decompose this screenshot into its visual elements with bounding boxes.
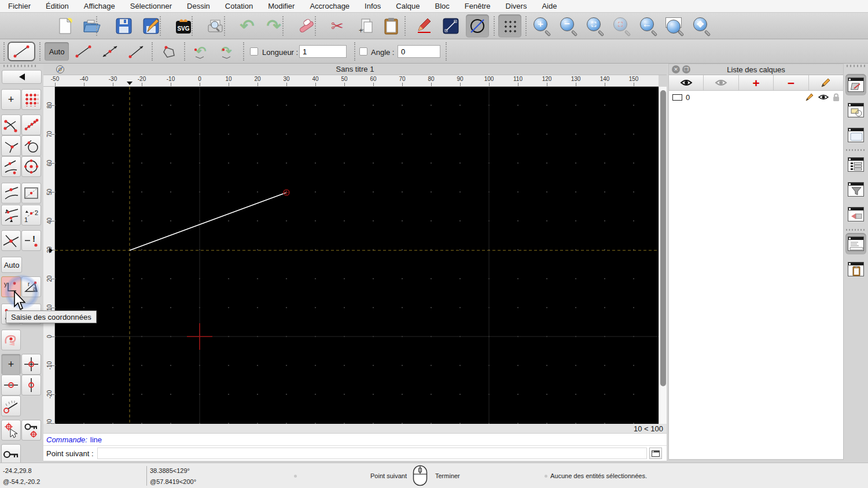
print-preview-button[interactable] bbox=[204, 14, 227, 38]
library-browser-dock-button[interactable] bbox=[845, 124, 866, 146]
drawing-canvas[interactable] bbox=[55, 87, 659, 424]
zoom-out-button[interactable]: − bbox=[557, 14, 580, 38]
menu-aide[interactable]: Aide bbox=[542, 2, 557, 10]
auto-mode-button[interactable]: Auto bbox=[45, 42, 69, 61]
angle-checkbox[interactable] bbox=[359, 47, 367, 56]
command-popout-button[interactable] bbox=[649, 448, 662, 459]
snap-tangent-button[interactable] bbox=[21, 135, 41, 156]
clipboard-dock-button[interactable] bbox=[845, 258, 866, 280]
draw-pen-button[interactable] bbox=[413, 14, 436, 38]
redo-button[interactable]: ↷ bbox=[262, 14, 285, 38]
snap-endpoint-button[interactable] bbox=[1, 114, 21, 135]
snap-auto-button[interactable]: Auto bbox=[1, 257, 22, 273]
entity-list-dock-button[interactable] bbox=[845, 154, 866, 175]
menu-calque[interactable]: Calque bbox=[396, 2, 420, 10]
lock-relative-zero-button[interactable] bbox=[21, 420, 41, 441]
menu-selectionner[interactable]: Sélectionner bbox=[130, 2, 172, 10]
polyline-button[interactable] bbox=[157, 42, 182, 61]
draft-mode-button[interactable] bbox=[466, 14, 489, 38]
snap-grid-button[interactable] bbox=[21, 89, 41, 110]
two-points-line-button[interactable] bbox=[71, 42, 95, 61]
zoom-in-button[interactable]: + bbox=[531, 14, 554, 38]
undo-segment-button[interactable]: ↶ bbox=[189, 42, 213, 61]
layer-list-dock-button[interactable] bbox=[845, 74, 866, 95]
selection-filter-dock-button[interactable] bbox=[845, 204, 866, 225]
length-input[interactable] bbox=[299, 45, 347, 58]
menu-infos[interactable]: Infos bbox=[365, 2, 381, 10]
zoom-window-button[interactable] bbox=[664, 14, 687, 38]
snap-nearest-button[interactable] bbox=[1, 156, 21, 177]
document-title-bar[interactable]: Sans titre 1 bbox=[43, 64, 667, 75]
paste-button[interactable] bbox=[380, 14, 403, 38]
snap-perpendicular-button[interactable] bbox=[1, 135, 21, 156]
edit-layer-button[interactable] bbox=[809, 75, 843, 90]
length-checkbox[interactable] bbox=[250, 47, 258, 56]
restrict-entity-button[interactable] bbox=[1, 330, 21, 350]
layer-lock-button[interactable] bbox=[833, 93, 840, 102]
snap-reference-button[interactable] bbox=[21, 183, 41, 204]
back-button[interactable] bbox=[2, 70, 42, 84]
hide-all-layers-button[interactable] bbox=[704, 75, 738, 90]
scrollbar-thumb[interactable] bbox=[660, 90, 666, 386]
undock-icon[interactable]: ❐ bbox=[682, 65, 690, 73]
menu-modifier[interactable]: Modifier bbox=[268, 2, 295, 10]
layer-row[interactable]: 0 bbox=[669, 91, 843, 103]
close-icon[interactable]: ✕ bbox=[672, 65, 680, 73]
menu-divers[interactable]: Divers bbox=[506, 2, 527, 10]
zoom-auto-button[interactable]: ⛶ bbox=[584, 14, 607, 38]
new-file-button[interactable] bbox=[54, 14, 77, 38]
menu-fichier[interactable]: Fichier bbox=[8, 2, 31, 10]
lock-layer-button[interactable] bbox=[1, 444, 21, 465]
restrict-vertical-button[interactable] bbox=[21, 375, 41, 395]
ray-line-button[interactable] bbox=[124, 42, 149, 61]
zoom-previous-button[interactable]: ← bbox=[637, 14, 660, 38]
pan-button[interactable]: ✥ bbox=[690, 14, 713, 38]
snap-middle-button[interactable] bbox=[1, 183, 21, 204]
snap-center-button[interactable] bbox=[21, 156, 41, 177]
dock-handle[interactable] bbox=[847, 65, 865, 67]
line-tool-button[interactable] bbox=[439, 14, 462, 38]
delete-button[interactable] bbox=[295, 14, 318, 38]
menu-accrochage[interactable]: Accrochage bbox=[310, 2, 350, 10]
command-input[interactable] bbox=[97, 448, 647, 459]
block-list-dock-button[interactable] bbox=[845, 99, 866, 121]
snap-relative-button[interactable]: 12 bbox=[21, 205, 41, 225]
menu-fenetre[interactable]: Fenêtre bbox=[465, 2, 491, 10]
snap-distance-button[interactable] bbox=[1, 205, 21, 225]
undo-button[interactable]: ↶ bbox=[236, 14, 259, 38]
restrict-nothing-button[interactable]: + bbox=[1, 354, 21, 375]
layer-edit-button[interactable] bbox=[805, 93, 814, 102]
snap-angle-button[interactable] bbox=[1, 395, 21, 416]
set-relative-zero-button[interactable] bbox=[1, 420, 21, 441]
grid-toggle-button[interactable] bbox=[498, 14, 521, 38]
line-both-directions-button[interactable] bbox=[98, 42, 122, 61]
save-as-button[interactable] bbox=[139, 14, 163, 38]
angle-input[interactable] bbox=[398, 45, 440, 58]
menu-cotation[interactable]: Cotation bbox=[225, 2, 253, 10]
add-layer-button[interactable]: + bbox=[739, 75, 774, 90]
zoom-selected-button[interactable]: ⛶ bbox=[610, 14, 634, 38]
copy-button[interactable]: + bbox=[353, 14, 376, 38]
layer-visibility-button[interactable] bbox=[818, 94, 829, 101]
remove-layer-button[interactable]: − bbox=[774, 75, 808, 90]
save-button[interactable] bbox=[112, 14, 135, 38]
entity-filter-dock-button[interactable] bbox=[845, 179, 866, 200]
command-widget-dock-button[interactable] bbox=[845, 233, 866, 254]
menu-affichage[interactable]: Affichage bbox=[84, 2, 115, 10]
restrict-orthogonal-button[interactable] bbox=[21, 354, 41, 375]
open-file-button[interactable] bbox=[80, 14, 104, 38]
snap-intersection-button[interactable] bbox=[1, 230, 21, 251]
snap-on-entity-button[interactable] bbox=[21, 114, 41, 135]
restrict-horizontal-button[interactable] bbox=[1, 375, 21, 395]
cut-button[interactable]: ✂ bbox=[326, 14, 349, 38]
active-line-tool-button[interactable] bbox=[8, 42, 35, 61]
snap-intersection-manual-button[interactable]: ! bbox=[21, 230, 41, 251]
dock-handle[interactable] bbox=[3, 65, 38, 67]
menu-edition[interactable]: Édition bbox=[46, 2, 69, 10]
redo-segment-button[interactable]: ↷ bbox=[215, 42, 240, 61]
vertical-scrollbar[interactable] bbox=[659, 87, 667, 424]
menu-dessin[interactable]: Dessin bbox=[187, 2, 210, 10]
show-all-layers-button[interactable] bbox=[669, 75, 704, 90]
layer-color-swatch[interactable] bbox=[672, 94, 682, 101]
snap-free-button[interactable]: + bbox=[1, 89, 21, 110]
